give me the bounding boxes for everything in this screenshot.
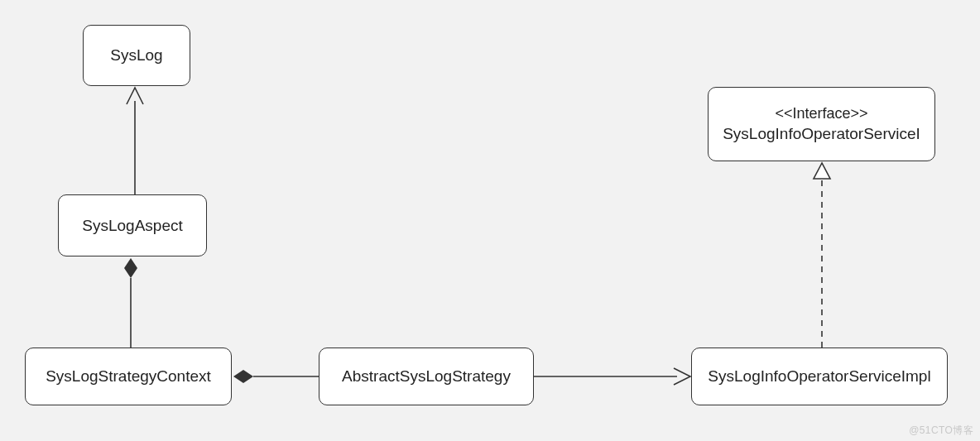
class-syslogstrategycontext: SysLogStrategyContext — [25, 348, 232, 405]
class-syslogaspect: SysLogAspect — [58, 194, 207, 256]
class-label: SysLogAspect — [82, 215, 182, 237]
class-label: AbstractSysLogStrategy — [342, 366, 511, 387]
svg-marker-4 — [233, 370, 253, 383]
class-abstractsyslogstrategy: AbstractSysLogStrategy — [319, 348, 534, 405]
edge-impl-realizes-interface — [814, 163, 830, 348]
edge-abstract-to-impl — [534, 368, 690, 385]
svg-marker-7 — [814, 163, 830, 179]
edge-context-to-aspect-composition — [124, 258, 137, 348]
edge-aspect-to-syslog — [127, 88, 143, 194]
svg-marker-2 — [124, 258, 137, 278]
class-label: SysLogInfoOperatorServiceI — [723, 123, 920, 145]
class-sysloginfooperatorserviceimpl: SysLogInfoOperatorServiceImpl — [691, 348, 948, 405]
class-syslog: SysLog — [83, 25, 190, 86]
interface-sysloginfooperatorservicei: <<Interface>> SysLogInfoOperatorServiceI — [708, 87, 935, 161]
edge-abstract-to-context-composition — [233, 370, 319, 383]
stereotype-label: <<Interface>> — [775, 103, 867, 123]
watermark-text: @51CTO博客 — [909, 424, 973, 438]
class-label: SysLogStrategyContext — [46, 366, 211, 387]
class-label: SysLog — [110, 45, 162, 66]
class-label: SysLogInfoOperatorServiceImpl — [708, 366, 930, 387]
